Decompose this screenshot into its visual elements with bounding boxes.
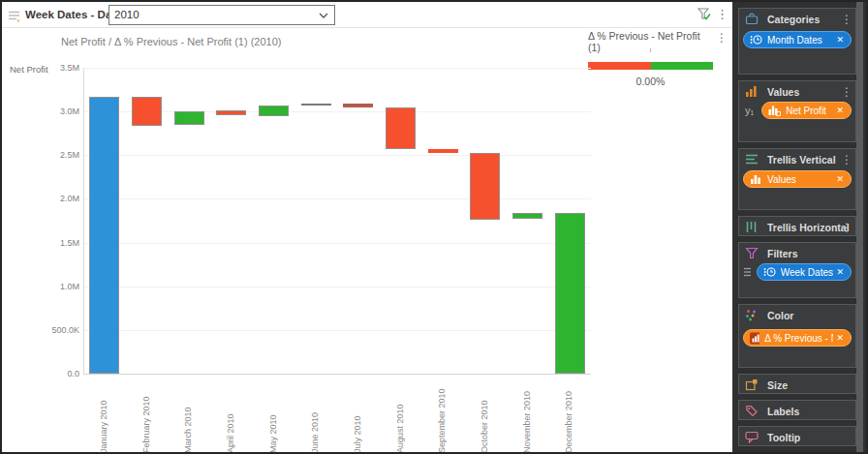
- pill-color-measure[interactable]: Δ % Previous - Ne... ✕: [743, 329, 852, 347]
- labels-icon: [745, 405, 759, 417]
- gridline: [83, 287, 591, 288]
- remove-field-icon[interactable]: ✕: [836, 35, 844, 45]
- waterfall-bar[interactable]: [512, 213, 542, 219]
- field-well-categories: Categories ⋮ Month Dates ✕: [738, 8, 856, 75]
- waterfall-bar[interactable]: [259, 106, 289, 116]
- x-axis-label: April 2010: [226, 378, 236, 452]
- labels-header[interactable]: Labels: [739, 401, 855, 421]
- values-icon: [745, 85, 759, 98]
- waterfall-bar[interactable]: [174, 111, 204, 125]
- chart-title: Net Profit / Δ % Previous - Net Profit (…: [61, 36, 281, 47]
- size-icon: [745, 378, 759, 391]
- tooltip-icon: [745, 431, 759, 443]
- filters-header[interactable]: Filters: [739, 243, 855, 263]
- y-tick-label: 2.5M: [19, 150, 79, 160]
- legend-midpoint-tick: [650, 48, 651, 52]
- legend-positive-swatch: [651, 62, 714, 70]
- filter-rows-icon: [743, 266, 751, 279]
- pill-month-dates[interactable]: Month Dates ✕: [743, 31, 852, 48]
- waterfall-bar[interactable]: [301, 104, 331, 106]
- pill-values[interactable]: Values ✕: [743, 170, 852, 188]
- color-header[interactable]: Color: [739, 305, 855, 325]
- field-well-filters: Filters Week Dates ✕: [738, 242, 856, 298]
- field-well-values: Values ⋮ y₁ Net Profit ✕: [738, 80, 856, 142]
- field-well-labels: Labels: [738, 400, 856, 420]
- date-field-icon: [750, 34, 762, 45]
- y-axis-line: [83, 68, 84, 374]
- field-well-trellis-horizontal: Trellis Horizontal ⋮: [738, 216, 856, 236]
- trellis-horizontal-header[interactable]: Trellis Horizontal ⋮: [739, 217, 855, 237]
- categories-icon: [745, 13, 759, 25]
- waterfall-bar[interactable]: [89, 97, 119, 374]
- values-header[interactable]: Values ⋮: [739, 81, 855, 102]
- chart-area: Net Profit / Δ % Previous - Net Profit (…: [2, 28, 732, 452]
- waterfall-bar[interactable]: [386, 107, 416, 149]
- remove-field-icon[interactable]: ✕: [836, 106, 844, 115]
- slicer-title: Week Dates - Date: [25, 9, 122, 20]
- remove-field-icon[interactable]: ✕: [836, 174, 844, 184]
- y-tick-label: 2.0M: [19, 194, 79, 203]
- x-axis-label: June 2010: [310, 378, 321, 452]
- pill-week-dates[interactable]: Week Dates ✕: [757, 263, 852, 281]
- slicer-bar: Week Dates - Date 2010 ⋮: [2, 2, 732, 28]
- y-tick-label: 3.5M: [19, 63, 79, 73]
- y-tick-label: 500.0K: [19, 325, 79, 335]
- x-axis-label: January 2010: [99, 378, 109, 452]
- remove-field-icon[interactable]: ✕: [836, 333, 844, 343]
- year-dropdown[interactable]: 2010: [108, 5, 335, 25]
- y-tick-label: 3.0M: [19, 106, 79, 116]
- trellis-horizontal-icon: [745, 221, 759, 233]
- delta-measure-icon: [750, 332, 760, 345]
- x-axis-label: July 2010: [353, 378, 363, 452]
- waterfall-bar[interactable]: [132, 97, 162, 126]
- x-axis-label: August 2010: [395, 378, 406, 452]
- field-well-panel: Categories ⋮ Month Dates ✕: [732, 2, 866, 452]
- color-legend: Δ % Previous - Net Profit (1) ⋮ 0.00%: [588, 30, 726, 87]
- legend-negative-swatch: [588, 62, 651, 70]
- x-axis-label: November 2010: [522, 378, 533, 452]
- legend-gradient-bar: [588, 62, 713, 70]
- categories-header[interactable]: Categories ⋮: [739, 9, 855, 29]
- y-tick-label: 1.5M: [19, 238, 79, 248]
- y-tick-label: 1.0M: [19, 282, 79, 291]
- x-axis-label: December 2010: [564, 378, 574, 452]
- x-axis-label: May 2010: [268, 378, 279, 452]
- visual-options-icon[interactable]: ⋮: [716, 8, 728, 21]
- field-well-size: Size: [738, 374, 856, 394]
- trellis-vertical-header[interactable]: Trellis Vertical ⋮: [739, 149, 855, 169]
- pill-net-profit[interactable]: Net Profit ✕: [761, 102, 852, 119]
- waterfall-bar[interactable]: [216, 110, 246, 115]
- waterfall-bar[interactable]: [555, 213, 585, 374]
- trellis-vertical-options-icon[interactable]: ⋮: [841, 153, 852, 166]
- x-axis-label: September 2010: [437, 378, 448, 452]
- waterfall-bar[interactable]: [428, 149, 458, 153]
- waterfall-bar[interactable]: [470, 153, 500, 220]
- remove-field-icon[interactable]: ✕: [836, 267, 844, 277]
- year-dropdown-value: 2010: [114, 9, 140, 20]
- report-canvas: Week Dates - Date 2010 ⋮ Net Profit / Δ …: [2, 2, 732, 452]
- values-options-icon[interactable]: ⋮: [841, 85, 852, 99]
- categories-options-icon[interactable]: ⋮: [841, 13, 852, 26]
- gridline: [83, 243, 591, 244]
- x-axis-label: March 2010: [183, 378, 194, 452]
- measure-icon: [750, 173, 762, 185]
- size-header[interactable]: Size: [739, 375, 855, 395]
- value-axis-prefix: y₁: [745, 105, 754, 116]
- trellis-vertical-icon: [745, 153, 759, 166]
- gridline: [83, 155, 591, 156]
- trellis-horizontal-options-icon[interactable]: ⋮: [841, 221, 852, 234]
- field-well-color: Color Δ % Previous - Ne... ✕: [738, 304, 856, 368]
- x-axis-label: February 2010: [141, 378, 152, 452]
- date-field-icon: [763, 266, 776, 278]
- filter-applied-icon[interactable]: [697, 7, 712, 22]
- waterfall-bar[interactable]: [343, 104, 373, 107]
- x-axis-label: October 2010: [480, 378, 490, 452]
- panel-scrollbar-thumb[interactable]: [856, 2, 863, 452]
- y-tick-label: 0.0: [19, 369, 79, 378]
- field-well-tooltip: Tooltip: [738, 426, 856, 446]
- tooltip-header[interactable]: Tooltip: [739, 427, 855, 447]
- legend-options-icon[interactable]: ⋮: [716, 31, 728, 45]
- panel-scrollbar[interactable]: [856, 2, 863, 452]
- slicer-icon: [8, 10, 23, 23]
- field-well-trellis-vertical: Trellis Vertical ⋮ Values ✕: [738, 148, 856, 210]
